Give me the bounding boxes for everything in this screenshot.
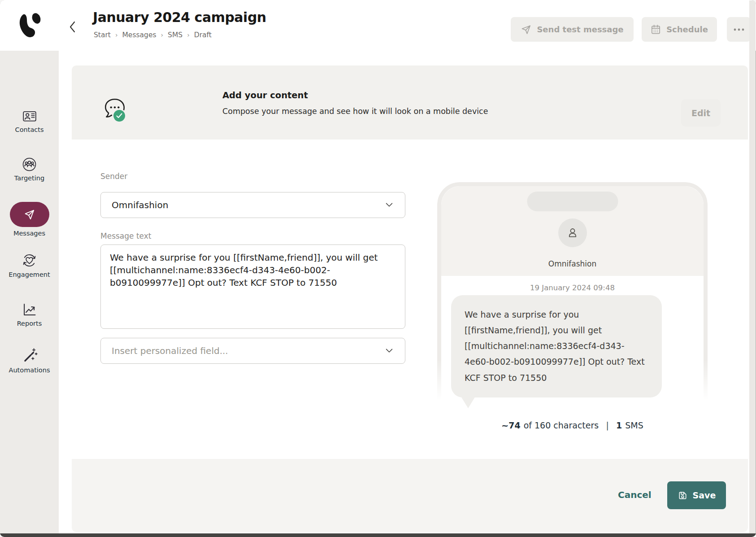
voyado-logo-icon — [16, 9, 42, 40]
char-count-suffix: of 160 characters — [524, 420, 599, 430]
sidebar-item-label: Targeting — [0, 175, 59, 182]
step-subtitle: Compose your message and see how it will… — [222, 107, 488, 116]
magic-wand-icon — [0, 348, 59, 364]
breadcrumb-item[interactable]: Start — [94, 31, 111, 39]
send-test-message-label: Send test message — [537, 25, 623, 34]
sidebar-item-automations[interactable]: Automations — [0, 348, 59, 374]
calendar-icon — [651, 24, 661, 35]
step-title: Add your content — [222, 90, 308, 100]
phone-header: Omnifashion — [441, 186, 704, 276]
edit-button[interactable]: Edit — [681, 99, 721, 127]
sidebar-item-label: Contacts — [0, 126, 59, 133]
paper-plane-icon — [23, 209, 35, 221]
schedule-label: Schedule — [666, 25, 708, 34]
preview-sender-name: Omnifashion — [441, 259, 704, 268]
count-divider: | — [606, 420, 609, 431]
save-button-label: Save — [693, 490, 716, 500]
breadcrumb-item[interactable]: SMS — [168, 31, 182, 39]
sidebar-item-label: Automations — [0, 367, 59, 374]
cancel-button[interactable]: Cancel — [618, 489, 652, 500]
char-count-value: ~74 — [501, 420, 520, 430]
sms-count-suffix: SMS — [625, 420, 643, 430]
sms-count-value: 1 — [616, 420, 622, 430]
sidebar-item-label: Messages — [0, 230, 59, 237]
sidebar: Contacts Targeting Messages — [0, 51, 59, 533]
breadcrumb-separator: › — [115, 31, 118, 39]
active-item-pill — [10, 202, 49, 227]
page-title: January 2024 campaign — [93, 9, 266, 25]
person-icon — [566, 226, 579, 240]
sender-select[interactable]: Omnifashion — [100, 192, 405, 218]
breadcrumb-item[interactable]: Messages — [122, 31, 156, 39]
sms-message-bubble: We have a surprise for you [[firstName,f… — [451, 295, 662, 397]
breadcrumb: Start › Messages › SMS › Draft — [94, 31, 212, 39]
sms-message-text: We have a surprise for you [[firstName,f… — [465, 310, 645, 383]
more-options-button[interactable] — [727, 17, 751, 42]
sidebar-item-engagement[interactable]: Engagement — [0, 253, 59, 278]
ellipsis-icon — [733, 28, 745, 31]
sidebar-item-label: Reports — [0, 320, 59, 327]
floppy-disk-icon — [678, 490, 688, 501]
sidebar-item-messages[interactable]: Messages — [0, 202, 59, 237]
sender-label: Sender — [100, 172, 127, 181]
header: January 2024 campaign Start › Messages ›… — [0, 0, 756, 51]
heart-sync-icon — [0, 253, 59, 268]
paper-plane-icon — [521, 24, 531, 35]
sender-select-value: Omnifashion — [112, 200, 168, 210]
card-footer: Cancel Save — [72, 459, 748, 532]
send-test-message-button[interactable]: Send test message — [511, 17, 634, 42]
avatar — [558, 218, 587, 247]
id-card-icon — [0, 109, 59, 123]
window-bottom-edge — [0, 533, 756, 537]
schedule-button[interactable]: Schedule — [642, 17, 717, 42]
chevron-down-icon — [384, 200, 394, 210]
character-count: ~74 of 160 characters | 1 SMS — [437, 420, 708, 431]
breadcrumb-item[interactable]: Draft — [194, 31, 212, 39]
content-card: Add your content Compose your message an… — [72, 65, 748, 532]
message-text-label: Message text — [100, 231, 151, 240]
sidebar-item-targeting[interactable]: Targeting — [0, 157, 59, 182]
line-chart-icon — [0, 302, 59, 317]
sidebar-item-contacts[interactable]: Contacts — [0, 109, 59, 133]
bubble-tail — [461, 397, 475, 408]
message-text-input[interactable]: We have a surprise for you [[firstName,f… — [100, 244, 405, 329]
breadcrumb-separator: › — [187, 31, 190, 39]
step-header: Add your content Compose your message an… — [72, 65, 748, 140]
chevron-left-icon — [67, 20, 78, 34]
back-button[interactable] — [65, 19, 81, 35]
scrollbar-track[interactable] — [749, 0, 756, 533]
sidebar-item-reports[interactable]: Reports — [0, 302, 59, 327]
check-circle-icon — [112, 109, 126, 123]
people-group-icon — [0, 157, 59, 172]
personalized-field-select[interactable]: Insert personalized field... — [100, 338, 405, 364]
personalized-field-placeholder: Insert personalized field... — [112, 345, 228, 356]
save-button[interactable]: Save — [667, 481, 726, 509]
chevron-down-icon — [384, 346, 394, 356]
app-window: January 2024 campaign Start › Messages ›… — [0, 0, 756, 537]
preview-timestamp: 19 January 2024 09:48 — [441, 284, 704, 292]
sidebar-item-label: Engagement — [0, 271, 59, 278]
phone-notch — [527, 192, 618, 211]
phone-preview: Omnifashion 19 January 2024 09:48 We hav… — [441, 186, 704, 276]
breadcrumb-separator: › — [161, 31, 164, 39]
